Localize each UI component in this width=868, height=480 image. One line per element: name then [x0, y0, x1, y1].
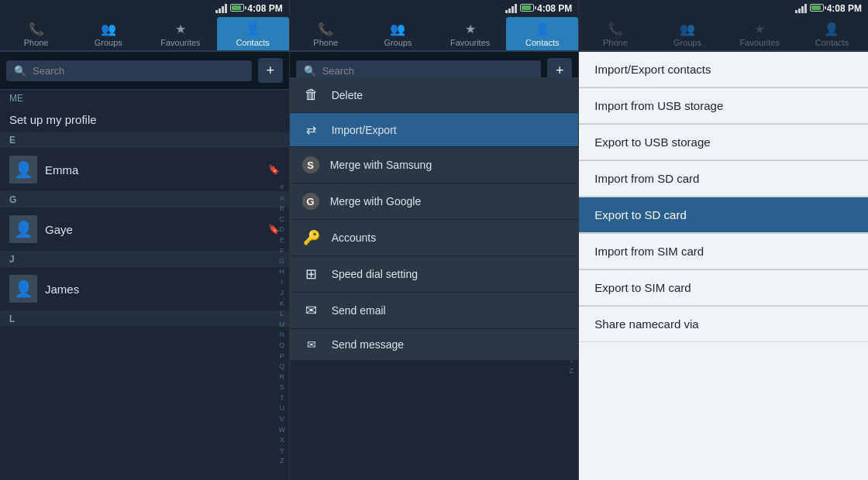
menu-item-merge-samsung[interactable]: S Merge with Samsung: [290, 147, 579, 183]
section-j: J: [0, 252, 289, 267]
groups-icon: 👥: [101, 22, 116, 36]
tab-groups-3[interactable]: 👥 Groups: [652, 17, 724, 50]
menu-item-speed-dial[interactable]: ⊞ Speed dial setting: [290, 256, 579, 293]
status-bar-3: 4:08 PM: [579, 0, 868, 17]
status-time-2: 4:08 PM: [537, 3, 572, 14]
search-icon-1: 🔍: [14, 65, 26, 77]
accounts-icon: 🔑: [302, 229, 321, 246]
search-icon-2: 🔍: [304, 65, 316, 77]
contact-james[interactable]: 👤 James: [0, 267, 289, 311]
tab-contacts-2[interactable]: 👤 Contacts: [506, 17, 578, 50]
signal-icon-3: [795, 4, 807, 13]
phone-icon-2: 📞: [318, 22, 333, 36]
avatar-gaye: 👤: [9, 215, 37, 243]
import-export-icon: ⇄: [302, 122, 321, 137]
tab-groups-2[interactable]: 👥 Groups: [362, 17, 434, 50]
speed-dial-icon: ⊞: [302, 266, 321, 283]
contact-name-gaye: Gaye: [45, 223, 260, 236]
phone-icon: 📞: [29, 22, 44, 36]
nav-tabs-2: 📞 Phone 👥 Groups ★ Favourites 👤 Contacts: [290, 17, 579, 52]
search-input-1[interactable]: 🔍 Search: [6, 60, 252, 81]
contacts-icon-3: 👤: [824, 22, 839, 36]
groups-icon-2: 👥: [390, 22, 405, 36]
export-item-export-sim[interactable]: Export to SIM card: [579, 270, 868, 306]
section-g: G: [0, 192, 289, 207]
signal-icon: [215, 4, 227, 13]
star-icon-2: ★: [465, 22, 476, 36]
email-icon: ✉: [302, 302, 321, 319]
avatar-emma: 👤: [9, 156, 37, 183]
contacts-icon: 👤: [245, 22, 260, 36]
google-icon: G: [302, 193, 319, 210]
nav-tabs-1: 📞 Phone 👥 Groups ★ Favourites 👤 Contacts: [0, 17, 289, 52]
status-time-3: 4:08 PM: [827, 3, 862, 14]
groups-icon-3: 👥: [680, 22, 695, 36]
phone-icon-3: 📞: [608, 22, 623, 36]
export-item-import-export-contacts[interactable]: Import/Export contacts: [579, 52, 868, 87]
tab-phone-1[interactable]: 📞 Phone: [0, 17, 72, 50]
avatar-james: 👤: [9, 275, 37, 303]
message-icon: ✉: [302, 338, 321, 351]
menu-item-send-email[interactable]: ✉ Send email: [290, 293, 579, 329]
panel-2: 4:08 PM 📞 Phone 👥 Groups ★ Favourites 👤 …: [290, 0, 580, 480]
menu-item-delete[interactable]: 🗑 Delete: [290, 77, 579, 113]
tab-groups-1[interactable]: 👥 Groups: [72, 17, 144, 50]
status-bar-1: 4:08 PM: [0, 0, 289, 17]
profile-link[interactable]: Set up my profile: [0, 107, 289, 132]
status-bar-2: 4:08 PM: [290, 0, 579, 17]
me-label: ME: [0, 90, 289, 107]
section-l: L: [0, 311, 289, 327]
panel-1: 4:08 PM 📞 Phone 👥 Groups ★ Favourites 👤 …: [0, 0, 290, 480]
contact-emma[interactable]: 👤 Emma 🔖: [0, 148, 289, 192]
search-bar-1: 🔍 Search +: [0, 52, 289, 90]
tab-contacts-3[interactable]: 👤 Contacts: [796, 17, 868, 50]
export-item-import-sd[interactable]: Import from SD card: [579, 161, 868, 197]
delete-icon: 🗑: [302, 87, 321, 103]
tab-contacts-1[interactable]: 👤 Contacts: [217, 17, 289, 50]
export-item-export-usb[interactable]: Export to USB storage: [579, 125, 868, 160]
status-time-1: 4:08 PM: [247, 3, 282, 14]
menu-item-merge-google[interactable]: G Merge with Google: [290, 183, 579, 220]
export-item-import-sim[interactable]: Import from SIM card: [579, 234, 868, 269]
nav-tabs-3: 📞 Phone 👥 Groups ★ Favourites 👤 Contacts: [579, 17, 868, 52]
star-icon: ★: [175, 22, 186, 36]
bookmark-emma: 🔖: [268, 164, 280, 175]
tab-favourites-3[interactable]: ★ Favourites: [724, 17, 796, 50]
add-contact-btn-1[interactable]: +: [258, 58, 283, 83]
menu-item-import-export[interactable]: ⇄ Import/Export: [290, 113, 579, 147]
signal-icon-2: [505, 4, 517, 13]
tab-phone-2[interactable]: 📞 Phone: [290, 17, 362, 50]
battery-icon-2: [520, 4, 534, 13]
contact-gaye[interactable]: 👤 Gaye 🔖: [0, 207, 289, 252]
section-e: E: [0, 132, 289, 148]
battery-icon-3: [810, 4, 824, 13]
panel-3: 4:08 PM 📞 Phone 👥 Groups ★ Favourites 👤 …: [579, 0, 868, 480]
battery-icon: [230, 4, 244, 13]
export-item-share-namecard[interactable]: Share namecard via: [579, 307, 868, 342]
tab-favourites-2[interactable]: ★ Favourites: [434, 17, 506, 50]
export-item-export-sd[interactable]: Export to SD card: [579, 197, 868, 233]
tab-phone-3[interactable]: 📞 Phone: [579, 17, 651, 50]
menu-item-accounts[interactable]: 🔑 Accounts: [290, 220, 579, 256]
alphabet-sidebar-1: # A B C D E F G H I J K L M N O P Q R S …: [275, 183, 289, 466]
contact-list-1: ME Set up my profile E 👤 Emma 🔖 G 👤 Gaye…: [0, 90, 289, 480]
export-menu-list: Import/Export contacts Import from USB s…: [579, 52, 868, 480]
samsung-icon: S: [302, 156, 319, 173]
contact-name-emma: Emma: [45, 163, 260, 177]
contact-name-james: James: [45, 283, 280, 296]
tab-favourites-1[interactable]: ★ Favourites: [144, 17, 216, 50]
star-icon-3: ★: [754, 22, 765, 36]
context-menu: 🗑 Delete ⇄ Import/Export S Merge with Sa…: [290, 77, 579, 361]
contacts-icon-2: 👤: [535, 22, 550, 36]
export-item-import-usb[interactable]: Import from USB storage: [579, 88, 868, 124]
menu-item-send-message[interactable]: ✉ Send message: [290, 329, 579, 361]
